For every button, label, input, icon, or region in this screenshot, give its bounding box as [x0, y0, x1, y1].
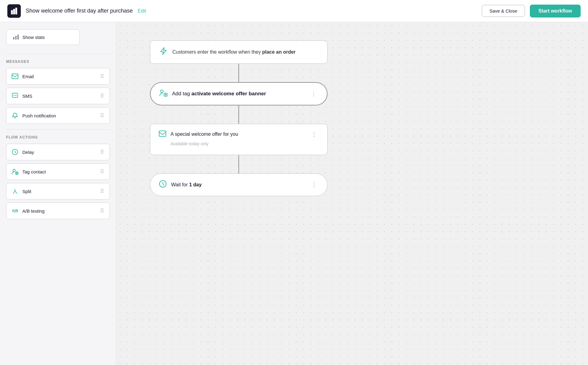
workflow-canvas[interactable]: Customers enter the workflow when they p…: [116, 22, 588, 365]
split-label: Split: [22, 189, 31, 194]
svg-point-14: [161, 90, 163, 93]
stats-icon: [13, 33, 19, 41]
sidebar-item-email[interactable]: Email ⠿: [6, 68, 110, 85]
email-node-menu[interactable]: ⋮: [309, 130, 319, 138]
clock-icon: [11, 148, 19, 156]
drag-handle-ab[interactable]: ⠿: [100, 207, 105, 214]
workflow-column: Customers enter the workflow when they p…: [147, 40, 331, 196]
sidebar-item-tag-contact[interactable]: Tag contact ⠿: [6, 163, 110, 180]
bell-icon: [11, 112, 19, 119]
trigger-text: Customers enter the workflow when they p…: [172, 49, 296, 55]
logo: [7, 4, 21, 18]
messages-section-label: MESSAGES: [6, 59, 110, 64]
page-title: Show welcome offer first day after purch…: [26, 8, 133, 14]
connector-3: [238, 155, 239, 173]
tag-user-icon: [11, 168, 19, 175]
tag-node-menu[interactable]: ⋮: [309, 90, 318, 98]
email-node-subject: A special welcome offer for you: [170, 131, 238, 137]
header: Show welcome offer first day after purch…: [0, 0, 588, 22]
drag-handle-push[interactable]: ⠿: [100, 112, 105, 119]
sidebar-item-split[interactable]: Split ⠿: [6, 183, 110, 200]
svg-point-10: [16, 95, 17, 96]
sms-label: SMS: [22, 93, 32, 99]
email-node-icon: [159, 131, 166, 138]
svg-rect-1: [13, 9, 15, 14]
divider-1: [6, 54, 110, 54]
drag-handle-delay[interactable]: ⠿: [100, 149, 105, 155]
sidebar: Show stats MESSAGES Email ⠿: [0, 22, 116, 365]
flow-actions-section-label: FLOW ACTIONS: [6, 135, 110, 139]
drag-handle-tag-contact[interactable]: ⠿: [100, 168, 105, 175]
email-icon: [11, 73, 19, 80]
tag-node-icon: [159, 89, 168, 99]
tag-contact-label: Tag contact: [22, 169, 46, 174]
svg-rect-6: [12, 74, 18, 79]
drag-handle-sms[interactable]: ⠿: [100, 93, 105, 99]
tag-node[interactable]: Add tag activate welcome offer banner ⋮: [150, 82, 328, 105]
sms-icon: [11, 92, 19, 100]
drag-handle-email[interactable]: ⠿: [100, 73, 105, 80]
wait-node-text: Wait for 1 day: [171, 182, 202, 188]
svg-point-12: [13, 169, 15, 172]
wait-node[interactable]: Wait for 1 day ⋮: [150, 173, 328, 196]
split-icon: [11, 188, 19, 195]
svg-rect-2: [15, 8, 17, 14]
email-node[interactable]: A special welcome offer for you ⋮ Availa…: [150, 124, 328, 155]
trigger-node[interactable]: Customers enter the workflow when they p…: [150, 40, 328, 64]
svg-rect-4: [15, 36, 17, 40]
save-close-button[interactable]: Save & Close: [482, 5, 525, 17]
svg-rect-16: [159, 131, 166, 136]
svg-rect-0: [11, 10, 13, 14]
show-stats-button[interactable]: Show stats: [6, 29, 80, 45]
sidebar-item-ab-testing[interactable]: A|B A/B testing ⠿: [6, 203, 110, 219]
svg-point-8: [13, 95, 14, 96]
main-layout: Show stats MESSAGES Email ⠿: [0, 22, 588, 365]
ab-testing-label: A/B testing: [22, 208, 45, 214]
sidebar-item-sms[interactable]: SMS ⠿: [6, 88, 110, 104]
svg-rect-5: [17, 35, 19, 40]
svg-point-9: [15, 95, 16, 96]
wait-node-menu[interactable]: ⋮: [309, 181, 319, 189]
connector-2: [238, 105, 239, 124]
show-stats-label: Show stats: [22, 35, 45, 40]
sidebar-item-push[interactable]: Push notification ⠿: [6, 107, 110, 124]
email-label: Email: [22, 74, 34, 79]
svg-rect-3: [13, 37, 14, 40]
sidebar-item-delay[interactable]: Delay ⠿: [6, 144, 110, 160]
connector-1: [238, 64, 239, 82]
push-label: Push notification: [22, 113, 56, 118]
drag-handle-split[interactable]: ⠿: [100, 188, 105, 195]
ab-icon: A|B: [11, 207, 19, 215]
lightning-icon: [159, 47, 167, 57]
delay-label: Delay: [22, 150, 34, 155]
tag-node-text: Add tag activate welcome offer banner: [172, 91, 266, 97]
email-node-preview: Available today only: [170, 141, 319, 146]
edit-link[interactable]: Edit: [138, 8, 146, 14]
divider-2: [6, 129, 110, 130]
start-workflow-button[interactable]: Start workflow: [530, 5, 581, 17]
wait-clock-icon: [159, 180, 167, 190]
